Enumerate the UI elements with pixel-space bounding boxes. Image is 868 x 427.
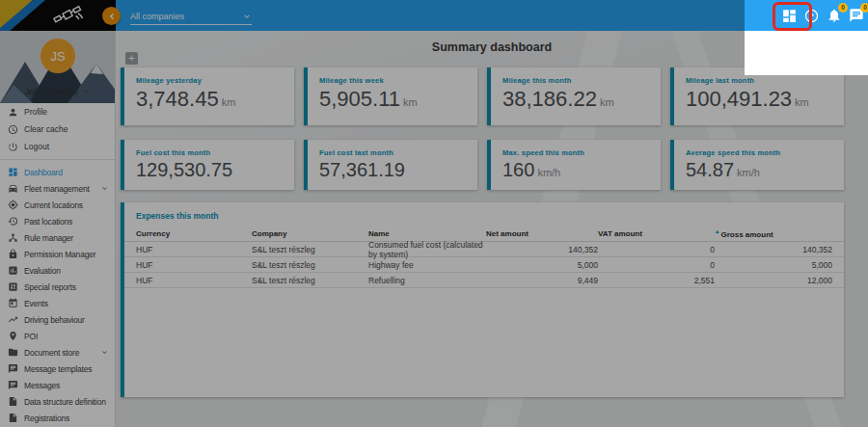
tutorial-highlight-box [773, 2, 812, 31]
tutorial-spotlight [745, 31, 868, 75]
app-window: All companies ? 0 0 [0, 0, 868, 427]
notifications-badge: 0 [838, 3, 848, 13]
messages-button[interactable]: 0 [848, 8, 864, 24]
messages-badge: 0 [860, 3, 868, 13]
notifications-button[interactable]: 0 [826, 8, 842, 24]
dim-overlay [745, 75, 868, 427]
dim-overlay [0, 0, 745, 427]
